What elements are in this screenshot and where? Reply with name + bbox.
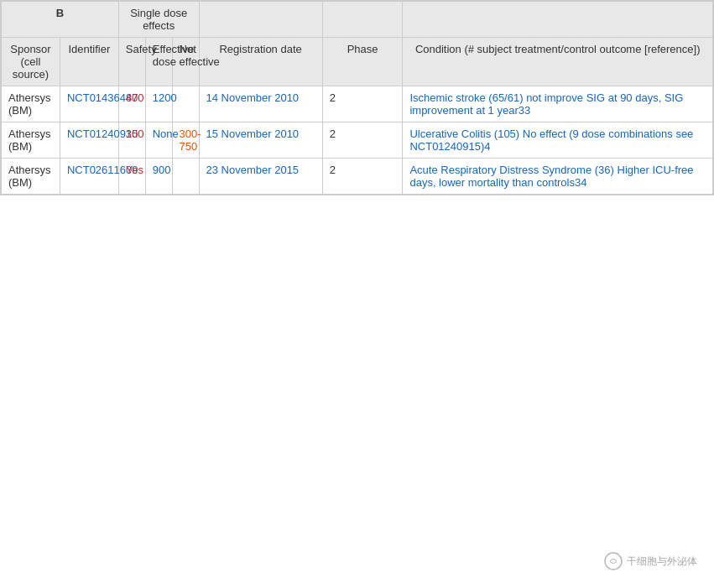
- cell-sponsor: Athersys (BM): [2, 122, 60, 159]
- col-header-identifier: Identifier: [60, 38, 118, 86]
- single-dose-header: Single dose effects: [118, 2, 199, 38]
- cell-identifier: NCT01436487: [60, 86, 118, 122]
- table-row: Athersys (BM)NCT02611609Yes90023 Novembe…: [2, 159, 713, 195]
- col-header-phase: Phase: [322, 38, 403, 86]
- empty-header-2: [322, 2, 403, 38]
- cell-condition: Acute Respiratory Distress Syndrome (36)…: [403, 159, 713, 195]
- cell-not-effective: [172, 159, 199, 195]
- cell-identifier: NCT01240915: [60, 122, 118, 159]
- cell-registration-date: 23 November 2015: [199, 159, 322, 195]
- cell-effective-dose: 1200: [145, 86, 172, 122]
- cell-phase: 2: [322, 122, 403, 159]
- empty-header-1: [199, 2, 322, 38]
- cell-sponsor: Athersys (BM): [2, 159, 60, 195]
- main-table-container: B Single dose effects Sponsor (cell sour…: [0, 0, 714, 195]
- cell-condition: Ischemic stroke (65/61) not improve SIG …: [403, 86, 713, 122]
- cell-phase: 2: [322, 86, 403, 122]
- col-header-safety: Safety: [118, 38, 145, 86]
- empty-header-3: [403, 2, 713, 38]
- cell-registration-date: 15 November 2010: [199, 122, 322, 159]
- cell-identifier: NCT02611609: [60, 159, 118, 195]
- data-table: B Single dose effects Sponsor (cell sour…: [1, 1, 713, 195]
- col-header-sponsor: Sponsor (cell source): [2, 38, 60, 86]
- col-header-condition: Condition (# subject treatment/control o…: [403, 38, 713, 86]
- cell-effective-dose: None: [145, 122, 172, 159]
- cell-condition: Ulcerative Colitis (105) No effect (9 do…: [403, 122, 713, 159]
- cell-effective-dose: 900: [145, 159, 172, 195]
- cell-registration-date: 14 November 2010: [199, 86, 322, 122]
- group-b-header: B: [2, 2, 119, 38]
- table-row: Athersys (BM)NCT01240915300None300-75015…: [2, 122, 713, 159]
- cell-phase: 2: [322, 159, 403, 195]
- cell-sponsor: Athersys (BM): [2, 86, 60, 122]
- table-row: Athersys (BM)NCT01436487400120014 Novemb…: [2, 86, 713, 122]
